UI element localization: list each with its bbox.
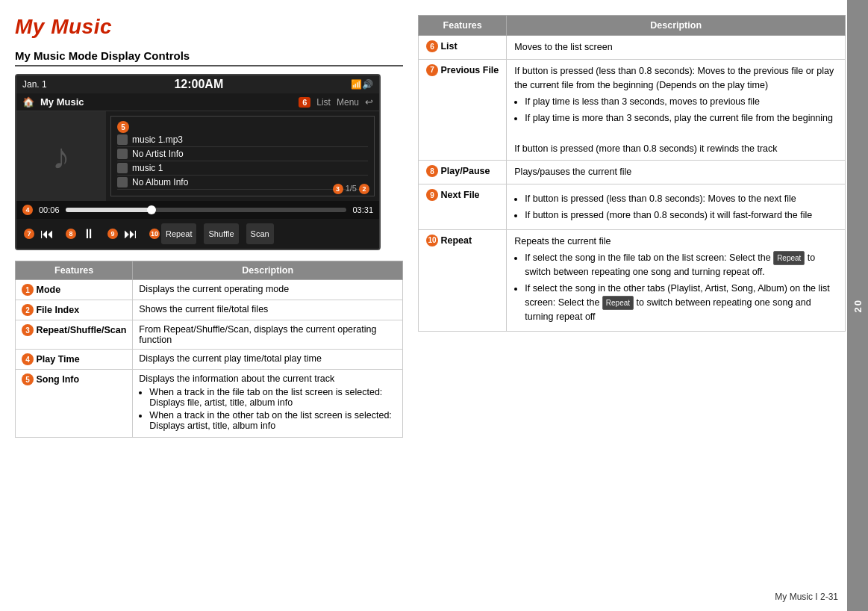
track-row-filename: music 1.mp3 [117,133,368,147]
badge-inline: 2 [22,304,34,316]
left-feature-cell: 5 Song Info [16,370,133,438]
prev-button[interactable]: ⏮ [36,223,58,244]
badge-3: 3 [333,184,343,194]
current-time: 00:06 [39,205,60,214]
page-number-sidebar: 20 [852,299,864,312]
screen-statusbar: Jan. 1 12:00AM 📶🔊 [16,75,379,93]
screen-navbar: 🏠 My Music 6 List Menu ↩ [16,93,379,111]
badge-inline: 9 [426,189,438,201]
menu-btn[interactable]: Menu [337,97,359,108]
left-col-features-header: Features [16,261,133,280]
music-note-icon: ♪ [52,136,70,177]
right-description-cell: If button is pressed (less than 0.8 seco… [507,59,846,161]
screen-main: ♪ 5 music 1.mp3 No Artist Info music 1 [16,111,379,201]
right-feature-cell: 7 Previous File [419,59,507,161]
page-sidebar: 20 [847,0,868,611]
badge-inline: 5 [22,373,34,385]
list-btn[interactable]: List [316,97,331,108]
repeat-button[interactable]: Repeat [161,223,196,244]
left-feature-cell: 1 Mode [16,280,133,300]
right-column: Features Description 6 ListMoves to the … [418,15,846,596]
back-icon[interactable]: ↩ [365,96,373,108]
track-filename: music 1.mp3 [132,134,183,145]
badge-2: 2 [359,184,369,194]
left-description-cell: Displays the current play time/total pla… [133,350,403,370]
track-title: music 1 [132,163,163,173]
right-col-features-header: Features [419,16,507,36]
progress-fill [66,208,150,212]
right-feature-cell: 9 Next File [419,184,507,230]
badge-6: 6 [299,97,310,108]
total-time: 03:31 [352,205,373,214]
badge-8: 8 [66,229,76,239]
right-table-row: 10 RepeatRepeats the current fileIf sele… [419,229,846,331]
screen-progress: 4 00:06 03:31 [16,201,379,219]
track-row-artist: No Artist Info [117,147,368,161]
right-feature-cell: 8 Play/Pause [419,161,507,184]
title-icon [117,163,128,173]
left-column: My Music My Music Mode Display Controls … [15,15,403,596]
badge-7: 7 [24,229,34,239]
device-screen: Jan. 1 12:00AM 📶🔊 🏠 My Music 6 List Menu… [15,74,381,250]
file-index-text: 1/5 [346,184,357,193]
shuffle-button[interactable]: Shuffle [204,223,238,244]
left-table-row: 1 ModeDisplays the current operating mod… [16,280,403,300]
screen-controls: 7 ⏮ 8 ⏸ 9 ⏭ 10 Repeat Shuffle Scan [16,219,379,249]
track-artist: No Artist Info [132,149,184,159]
page-title: My Music [15,15,403,39]
page-container: My Music My Music Mode Display Controls … [0,0,868,611]
badge-9: 9 [107,229,118,239]
left-feature-cell: 4 Play Time [16,350,133,370]
badge-inline: 8 [426,165,438,177]
left-table-row: 3 Repeat/Shuffle/ScanFrom Repeat/Shuffle… [16,320,403,350]
right-description-cell: Repeats the current fileIf select the so… [507,229,846,331]
left-table-row: 2 File IndexShows the current file/total… [16,300,403,320]
track-album: No Album Info [132,177,188,187]
left-feature-cell: 2 File Index [16,300,133,320]
track-row-title: music 1 [117,161,368,176]
right-description-cell: Moves to the list screen [507,36,846,60]
badge-inline: 7 [426,64,438,76]
badge-5-inline: 5 [117,121,129,133]
footer-text: My Music I 2-31 [775,592,838,602]
scan-button[interactable]: Scan [246,223,274,244]
badge-inline: 3 [22,324,34,336]
left-description-cell: Shows the current file/total files [133,300,403,320]
progress-dot [147,205,156,214]
right-table-row: 7 Previous FileIf button is pressed (les… [419,59,846,161]
status-time: 12:00AM [174,78,223,91]
progress-bar[interactable] [66,208,347,212]
badge-inline: 1 [22,284,34,296]
left-table-row: 4 Play TimeDisplays the current play tim… [16,350,403,370]
track-info-panel: 5 music 1.mp3 No Artist Info music 1 [110,116,375,196]
badge-inline: 6 [426,40,438,52]
section-title: My Music Mode Display Controls [15,49,403,66]
badge-10: 10 [149,229,160,239]
screen-index: 3 1/5 2 [333,184,369,194]
badge-inline: 10 [426,235,438,246]
file-icon [117,134,128,145]
badge-4: 4 [22,205,33,215]
right-table-row: 9 Next FileIf button is pressed (less th… [419,184,846,230]
right-table-row: 6 ListMoves to the list screen [419,36,846,60]
right-table-row: 8 Play/PausePlays/pauses the current fil… [419,161,846,184]
left-feature-cell: 3 Repeat/Shuffle/Scan [16,320,133,350]
next-button[interactable]: ⏭ [119,223,142,244]
right-feature-cell: 6 List [419,36,507,60]
left-description-cell: Displays the current operating mode [133,280,403,300]
right-feature-cell: 10 Repeat [419,229,507,331]
right-description-cell: Plays/pauses the current file [507,161,846,184]
left-description-cell: Displays the information about the curre… [133,370,403,438]
status-date: Jan. 1 [22,79,47,90]
right-col-description-header: Description [507,16,846,36]
artist-icon [117,149,128,159]
left-table-row: 5 Song InfoDisplays the information abou… [16,370,403,438]
badge-inline: 4 [22,353,34,365]
left-features-table: Features Description 1 ModeDisplays the … [15,261,403,438]
left-col-description-header: Description [133,261,403,280]
track-row-album: No Album Info [117,176,368,190]
play-pause-button[interactable]: ⏸ [78,223,100,244]
right-features-table: Features Description 6 ListMoves to the … [418,15,846,332]
album-art: ♪ [16,111,106,201]
right-description-cell: If button is pressed (less than 0.8 seco… [507,184,846,230]
